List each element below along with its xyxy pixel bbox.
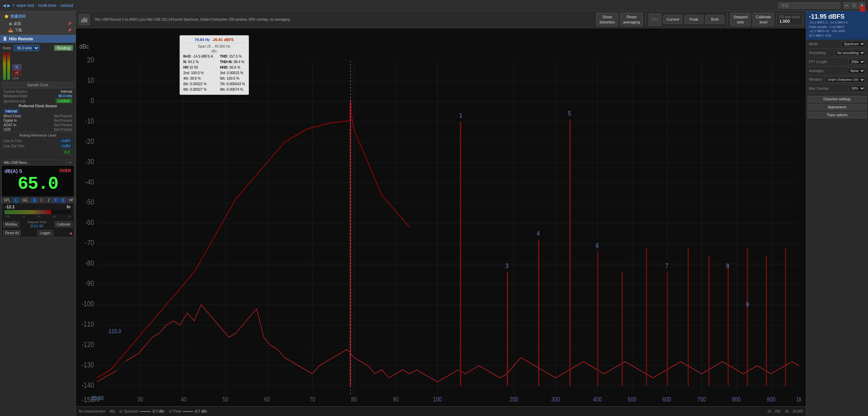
- clock-usb[interactable]: USB Not Present: [1, 127, 74, 132]
- sel-button[interactable]: SEL: [20, 197, 30, 203]
- appearance-button[interactable]: Appearance: [808, 104, 867, 110]
- clip-indicator[interactable]: [860, 6, 865, 12]
- trace-options-button[interactable]: Trace options: [808, 112, 867, 118]
- units-row: dBc: [183, 49, 245, 53]
- sidebar-item-downloads[interactable]: 📥 下载 📌: [1, 27, 74, 33]
- rate-select[interactable]: 96.0 kHz: [14, 45, 39, 51]
- svg-text:-120: -120: [81, 340, 94, 349]
- spl-button[interactable]: SPL: [2, 197, 12, 203]
- right-header-row: -11.95 dBFS -13.1 dBFS C, -14.9 dBFS A P…: [809, 13, 865, 38]
- current-button[interactable]: Current: [663, 15, 682, 23]
- svg-text:600: 600: [663, 396, 671, 403]
- maximize-button[interactable]: □: [851, 2, 858, 9]
- vu-close-button[interactable]: ✕: [69, 161, 72, 165]
- clock-internal[interactable]: Internal: [1, 109, 74, 114]
- spectrum-item: ☑ Spectrum -0.7 dBc: [119, 409, 165, 413]
- calibrate-button[interactable]: Calibrate: [55, 221, 73, 227]
- nav-multi-tone[interactable]: multi-tone: [38, 3, 57, 8]
- svg-rect-2: [84, 17, 85, 22]
- hp-button[interactable]: HP: [67, 197, 76, 203]
- s-button[interactable]: S: [60, 197, 66, 203]
- level-controls: M off Line: [12, 65, 21, 80]
- analog-section: Analog Reference Level Line In Trim: +6d…: [1, 132, 74, 157]
- zoom2-item: 20 .. 20,000: [785, 409, 803, 413]
- preferred-clock-title: Preferred Clock Source: [1, 103, 74, 109]
- main-toolbar: Hilo USB Record 3 on ASIO Lynx Hilo USB …: [76, 11, 806, 28]
- vu-controls-row: MinMax Elapsed Time 0:11:42 Calibrate: [2, 219, 74, 229]
- calibrate-level-button[interactable]: Calibrate level: [753, 13, 774, 26]
- stats-col-left: N+D: -14.9 dBFS A N: 94.2 % HH 10 50 2nd…: [183, 54, 213, 92]
- window-select[interactable]: Dolph-Chebyshev 200: [825, 77, 865, 82]
- svg-text:500: 500: [628, 396, 636, 403]
- svg-rect-1: [83, 18, 84, 22]
- max-button[interactable]: MAX: [649, 13, 661, 26]
- a-button[interactable]: A: [31, 197, 38, 203]
- svg-text:-90: -90: [85, 279, 94, 288]
- hilo-header: 🎛 Hilo Remote: [0, 35, 76, 43]
- mode-row: Mode: Spectrum: [809, 41, 865, 47]
- sidebar-item-desktop[interactable]: 🖥 桌面 📌: [1, 20, 74, 27]
- rate-row: Rate: 96.0 kHz Routing: [1, 44, 74, 52]
- l-button[interactable]: L: [13, 197, 19, 203]
- line-out-trim: Line Out Trim: +2dBV: [3, 143, 72, 149]
- svg-text:-80: -80: [85, 259, 94, 267]
- averages-select[interactable]: None: [848, 68, 865, 74]
- show-distortion-button[interactable]: Show distortion: [596, 13, 618, 26]
- m-button[interactable]: M: [12, 65, 21, 70]
- vu-restore-button[interactable]: □: [66, 161, 68, 165]
- svg-text:0: 0: [90, 96, 94, 105]
- svg-text:-60: -60: [85, 218, 94, 227]
- overlap-section: Max Overlap: 50%: [806, 84, 868, 93]
- svg-text:40: 40: [181, 396, 187, 403]
- minmax-button[interactable]: MinMax: [3, 221, 19, 227]
- vu-display: dB(A) S OVER 65.0: [2, 166, 74, 196]
- routing-button[interactable]: Routing: [54, 45, 73, 51]
- fft-row: FFT Length: 256k: [809, 59, 865, 65]
- svg-text:-40: -40: [85, 178, 94, 186]
- clock-adat[interactable]: ADAT In Not Present: [1, 123, 74, 127]
- f-button[interactable]: F: [52, 197, 59, 203]
- distortion-settings-button[interactable]: Distortion settings: [808, 96, 867, 102]
- cursor-reading: 79.84 Hz -26.81 dBFS: [183, 38, 245, 43]
- vu-number: 65.0: [18, 175, 58, 193]
- fft-select[interactable]: 256k: [849, 59, 865, 65]
- search-input[interactable]: [778, 2, 840, 9]
- reset-averaging-button[interactable]: Reset averaging: [620, 13, 643, 26]
- z-button[interactable]: Z: [46, 197, 52, 203]
- minimize-button[interactable]: —: [843, 2, 850, 9]
- smoothing-select[interactable]: No smoothing: [835, 50, 865, 56]
- right-header: -11.95 dBFS -13.1 dBFS C, -14.9 dBFS A P…: [806, 11, 868, 40]
- nav-noload[interactable]: noload: [60, 3, 73, 8]
- clock-word[interactable]: Word Clock Not Present: [1, 114, 74, 118]
- both-button[interactable]: Both: [705, 15, 724, 23]
- file-sidebar: ⭐ 快速访问 🖥 桌面 📌 📥 下载 📌 🎛 Hilo Remote: [0, 11, 76, 416]
- overlap-select[interactable]: 50%: [849, 86, 865, 91]
- nav-wave-test[interactable]: wave test: [17, 3, 34, 8]
- thdn-row: THD+N: 98.4 %: [220, 59, 245, 65]
- spectrum-container[interactable]: 20 10 0 -10 -20 -30 -40 -50 -60 -70 -80 …: [76, 28, 806, 406]
- clock-digital[interactable]: Digital In Not Present: [1, 118, 74, 123]
- window-section: Window: Dolph-Chebyshev 200: [806, 76, 868, 84]
- stats-tooltip: 79.84 Hz -26.81 dBFS Span 20 .. 45,600 H…: [180, 35, 249, 95]
- svg-text:900: 900: [767, 396, 775, 403]
- averages-section: Averages: None: [806, 67, 868, 76]
- vu-bar-ticks: -100 -70 -50 -30 -10: [3, 215, 73, 218]
- svg-text:-10: -10: [85, 117, 94, 125]
- h6-row: 6th: 0.00022 %: [183, 81, 213, 87]
- c-button[interactable]: C: [38, 197, 45, 203]
- svg-text:50: 50: [222, 396, 228, 403]
- svg-text:-30: -30: [85, 157, 94, 166]
- fft-section: FFT Length: 256k: [806, 58, 868, 67]
- reset-all-button[interactable]: Reset All: [3, 230, 21, 236]
- peak-button[interactable]: Peak: [684, 15, 703, 23]
- svg-text:300: 300: [551, 396, 560, 403]
- mode-select[interactable]: Spectrum: [841, 41, 865, 47]
- svg-text:700: 700: [697, 396, 706, 403]
- svg-text:800: 800: [732, 396, 741, 403]
- stepped-sine-button[interactable]: Stepped sine: [730, 13, 751, 26]
- svg-text:-140: -140: [81, 381, 94, 389]
- logger-button[interactable]: Logger: [37, 230, 53, 236]
- svg-text:-50: -50: [85, 198, 94, 206]
- vu-header: Hilo USB Reco... □ ✕: [2, 160, 74, 166]
- svg-text:400: 400: [593, 396, 601, 403]
